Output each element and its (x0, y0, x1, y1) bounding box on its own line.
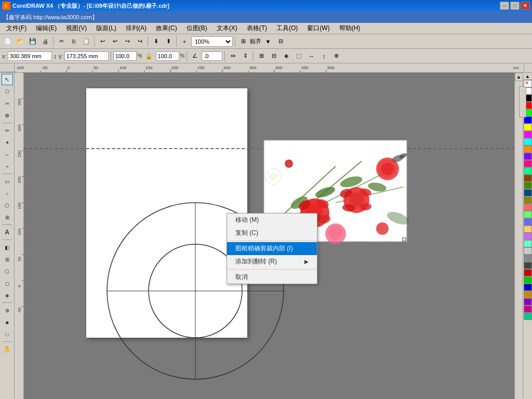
prop3[interactable]: ◈ (281, 50, 292, 62)
mirror-h-button[interactable]: ⇔ (227, 50, 238, 62)
maximize-button[interactable]: □ (510, 2, 520, 10)
menu-help[interactable]: 帮助(H) (335, 23, 365, 34)
menu-arrange[interactable]: 排列(A) (122, 23, 151, 34)
cut-button[interactable]: ✂ (56, 36, 67, 47)
color-swatch-30[interactable] (524, 305, 532, 313)
y-input[interactable] (64, 51, 109, 61)
ctx-move[interactable]: 移动 (M) (227, 214, 317, 227)
color-swatch-18[interactable] (524, 218, 532, 225)
undo-button[interactable]: ↩ (97, 36, 108, 47)
color-swatch-6[interactable] (524, 131, 532, 138)
ctx-rollover[interactable]: 添加到翻转 (R) ▶ (227, 255, 317, 268)
tool-connector[interactable]: ⌁ (2, 161, 13, 172)
palette-scroll-up[interactable]: ▲ (523, 73, 533, 80)
color-swatch-25[interactable] (524, 269, 532, 276)
redo-button[interactable]: ↪ (122, 36, 133, 47)
snap2-button[interactable]: ⊟ (275, 36, 286, 47)
new-button[interactable]: 📄 (2, 36, 14, 47)
prop7[interactable]: ⊕ (330, 50, 342, 62)
tool-crop[interactable]: ✂ (2, 98, 13, 109)
tool-ellipse[interactable]: ○ (2, 188, 13, 199)
close-button[interactable]: ✕ (521, 2, 530, 10)
color-swatch-9[interactable] (524, 153, 532, 160)
color-swatch-22[interactable] (524, 247, 532, 255)
color-swatch-29[interactable] (524, 298, 532, 305)
height-input[interactable] (156, 51, 179, 61)
width-input[interactable] (113, 51, 137, 61)
color-swatch-20[interactable] (524, 233, 532, 240)
color-swatch-23[interactable] (524, 255, 532, 262)
color-swatch-15[interactable] (524, 196, 532, 204)
lock-btn[interactable]: 🔒 (143, 50, 155, 62)
menu-window[interactable]: 窗口(W) (303, 23, 334, 34)
tool-transparency[interactable]: ◈ (2, 289, 13, 301)
color-swatch-31[interactable] (524, 313, 532, 320)
color-swatch-12[interactable] (524, 175, 532, 182)
tool-fill[interactable]: ■ (2, 316, 13, 328)
tool-table[interactable]: ⊞ (2, 211, 13, 223)
color-swatch-21[interactable] (524, 240, 532, 247)
ctx-copy[interactable]: 复制 (C) (227, 227, 317, 240)
menu-view[interactable]: 视图(V) (62, 23, 91, 34)
color-swatch-19[interactable] (524, 225, 532, 233)
tool-polygon[interactable]: ⬠ (2, 200, 13, 211)
color-swatch-13[interactable] (524, 182, 532, 189)
menu-bitmap[interactable]: 位图(B) (182, 23, 211, 34)
prop2[interactable]: ⊟ (268, 50, 280, 62)
tool-freehand[interactable]: ✏ (2, 125, 13, 136)
tool-outline[interactable]: □ (2, 328, 13, 340)
tool-bezier[interactable]: ✦ (2, 137, 13, 148)
vscroll-up[interactable]: ▲ (515, 73, 523, 81)
menu-effects[interactable]: 效果(C) (152, 23, 181, 34)
zoom-dropdown[interactable]: 100% 50% 200% (191, 36, 233, 47)
ctx-cancel[interactable]: 取消 (227, 271, 317, 284)
titlebar-buttons[interactable]: ─ □ ✕ (500, 2, 530, 10)
canvas-main[interactable]: 移动 (M) 复制 (C) 图框精确剪裁内部 (I) 添加到翻转 (R) ▶ (24, 73, 514, 399)
tool-envelope[interactable]: ⬡ (2, 265, 13, 277)
menu-file[interactable]: 文件(F) (2, 23, 31, 34)
save-button[interactable]: 💾 (27, 36, 38, 47)
menu-table[interactable]: 表格(T) (243, 23, 271, 34)
color-swatch-14[interactable] (524, 189, 532, 196)
color-swatch-7[interactable] (524, 138, 532, 145)
color-swatch-17[interactable] (524, 211, 532, 218)
import-button[interactable]: ⬇ (150, 36, 162, 47)
tool-extrude[interactable]: ◻ (2, 277, 13, 289)
angle-input[interactable] (202, 51, 222, 61)
color-swatch-27[interactable] (524, 284, 532, 291)
redo2-button[interactable]: ↪ (134, 36, 145, 47)
tool-zoom[interactable]: ⊕ (2, 110, 13, 121)
tool-shadow[interactable]: ◧ (2, 242, 13, 253)
tool-blend[interactable]: ⊞ (2, 254, 13, 265)
menu-text[interactable]: 文本(X) (212, 23, 242, 34)
prop5[interactable]: ↔ (305, 50, 317, 62)
menu-layout[interactable]: 版面(L) (92, 23, 121, 34)
ctx-powerclip[interactable]: 图框精确剪裁内部 (I) (227, 242, 317, 255)
snap-arrow[interactable]: ▼ (262, 36, 274, 47)
tool-text[interactable]: A (2, 227, 13, 238)
prop4[interactable]: ⬚ (293, 50, 304, 62)
color-swatch-16[interactable] (524, 204, 532, 211)
tool-pan[interactable]: ✋ (2, 343, 13, 355)
undo2-button[interactable]: ↩ (109, 36, 121, 47)
color-swatch-28[interactable] (524, 291, 532, 298)
color-swatch-24[interactable] (524, 262, 532, 269)
tool-dimension[interactable]: ↔ (2, 149, 13, 160)
vscroll-thumb[interactable] (519, 86, 526, 117)
prop6[interactable]: ↕ (318, 50, 329, 62)
tool-rect[interactable]: ▭ (2, 176, 13, 187)
color-swatch-26[interactable] (524, 276, 532, 284)
mirror-v-button[interactable]: ⇕ (240, 50, 251, 62)
zoom-in-button[interactable]: + (179, 36, 190, 47)
minimize-button[interactable]: ─ (500, 2, 509, 10)
color-swatch-10[interactable] (524, 160, 532, 167)
snap-button[interactable]: ⊞ (237, 36, 249, 47)
menu-edit[interactable]: 编辑(E) (32, 23, 61, 34)
color-swatch-5[interactable] (524, 124, 532, 131)
tool-eyedropper[interactable]: ⊕ (2, 304, 13, 316)
menu-tools[interactable]: 工具(O) (272, 23, 302, 34)
prop1[interactable]: ⊞ (256, 50, 267, 62)
no-fill-swatch[interactable]: ✕ (524, 80, 532, 87)
tool-pointer[interactable]: ↖ (2, 74, 13, 85)
tool-node[interactable]: ⬡ (2, 86, 13, 97)
